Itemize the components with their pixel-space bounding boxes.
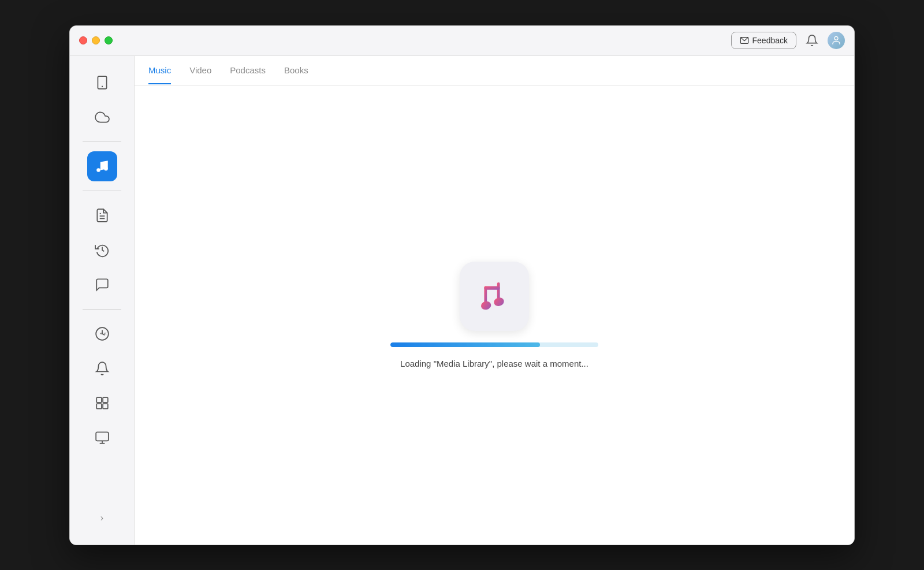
sidebar-item-notifications[interactable] <box>87 353 117 383</box>
music-svg-icon <box>95 159 110 174</box>
music-app-icon <box>460 262 529 331</box>
progress-bar-background <box>390 342 598 347</box>
svg-point-5 <box>104 167 108 171</box>
device-svg-icon <box>95 75 110 90</box>
svg-rect-11 <box>103 397 108 403</box>
cloud-svg-icon <box>95 110 110 125</box>
tabs-bar: Music Video Podcasts Books <box>135 56 854 86</box>
svg-rect-13 <box>103 404 108 409</box>
svg-rect-19 <box>484 286 500 289</box>
files-svg-icon <box>95 208 110 223</box>
titlebar-right: Feedback <box>731 32 845 49</box>
svg-rect-10 <box>96 397 102 403</box>
user-avatar-button[interactable] <box>828 32 845 49</box>
sidebar-divider-3 <box>83 309 121 310</box>
svg-text:HEIC: HEIC <box>99 332 107 335</box>
sidebar-item-music[interactable] <box>87 151 117 181</box>
history-svg-icon <box>95 243 110 258</box>
sidebar-bottom: › <box>92 508 113 535</box>
close-button[interactable] <box>79 36 87 44</box>
tab-podcasts[interactable]: Podcasts <box>230 57 266 84</box>
heic-svg-icon: HEIC <box>95 326 110 341</box>
bell2-svg-icon <box>95 361 110 376</box>
maximize-button[interactable] <box>105 36 113 44</box>
sidebar-item-appstore[interactable] <box>87 388 117 418</box>
tab-music[interactable]: Music <box>148 57 171 84</box>
minimize-button[interactable] <box>92 36 100 44</box>
sidebar-item-cloud[interactable] <box>87 102 117 132</box>
svg-rect-14 <box>96 432 109 441</box>
traffic-lights <box>79 36 113 44</box>
screen-svg-icon <box>95 430 110 445</box>
messages-svg-icon <box>95 277 110 292</box>
loading-area: Loading "Media Library", please wait a m… <box>135 86 854 545</box>
loading-text: Loading "Media Library", please wait a m… <box>400 359 588 368</box>
progress-container <box>390 342 598 347</box>
mail-icon <box>740 36 749 45</box>
sidebar-expand-button[interactable]: › <box>92 508 113 528</box>
sidebar-divider-2 <box>83 191 121 191</box>
feedback-label: Feedback <box>752 36 788 45</box>
sidebar-item-device[interactable] <box>87 68 117 98</box>
expand-chevron: › <box>100 513 103 523</box>
music-note-svg <box>471 273 517 319</box>
progress-bar-fill <box>390 342 540 347</box>
sidebar-divider-1 <box>83 141 121 142</box>
tab-books[interactable]: Books <box>284 57 308 84</box>
tab-video[interactable]: Video <box>189 57 211 84</box>
bell-svg-icon <box>806 34 818 47</box>
sidebar: HEIC <box>70 56 135 545</box>
svg-rect-12 <box>96 404 102 409</box>
notification-bell-button[interactable] <box>803 32 821 49</box>
sidebar-item-screen[interactable] <box>87 423 117 453</box>
main-content: HEIC <box>70 56 854 545</box>
svg-point-4 <box>96 168 100 172</box>
sidebar-item-files[interactable] <box>87 200 117 230</box>
user-icon <box>831 35 841 46</box>
avatar-circle <box>828 32 845 49</box>
svg-point-21 <box>493 296 505 307</box>
svg-point-20 <box>480 300 492 311</box>
svg-point-1 <box>834 36 838 40</box>
titlebar: Feedback <box>70 26 854 56</box>
appstore-svg-icon <box>95 396 110 411</box>
sidebar-item-history[interactable] <box>87 235 117 265</box>
sidebar-item-heic[interactable]: HEIC <box>87 319 117 349</box>
feedback-button[interactable]: Feedback <box>731 32 796 49</box>
app-window: Feedback <box>69 25 855 545</box>
sidebar-item-messages[interactable] <box>87 270 117 300</box>
content-area: Music Video Podcasts Books <box>135 56 854 545</box>
